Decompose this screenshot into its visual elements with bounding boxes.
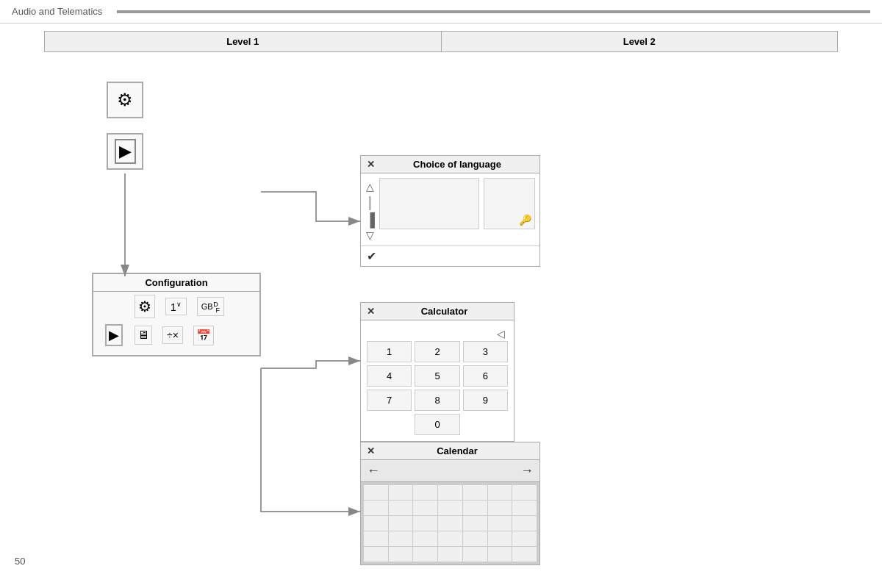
cal-cell[interactable] [364, 531, 388, 546]
cal-cell[interactable] [463, 501, 487, 515]
scroll-up-icon[interactable]: △ [366, 181, 374, 193]
calc-btn-5[interactable]: 5 [415, 365, 459, 387]
header-line [117, 10, 870, 13]
cal-cell[interactable] [413, 531, 437, 546]
gear-icon: ⚙ [117, 90, 133, 110]
cal-cell[interactable] [438, 516, 462, 531]
calculator-panel: ✕ Calculator ◁ 1 2 3 4 5 6 7 8 9 0 [360, 302, 514, 442]
config-gear-icon[interactable]: ⚙ [135, 295, 155, 318]
calculator-panel-title: Calculator [381, 306, 508, 317]
configuration-box: Configuration ⚙ 1∨ GBD F ▶ 🖥 ÷× 📅 [92, 273, 261, 356]
calc-btn-9[interactable]: 9 [463, 390, 508, 411]
cal-cell[interactable] [413, 501, 437, 515]
cal-cell[interactable] [389, 485, 413, 500]
settings-icon-box[interactable]: ⚙ [107, 82, 143, 118]
level-table: Level 1 Level 2 [44, 31, 838, 52]
level2-header: Level 2 [442, 32, 838, 51]
calendar-panel-title: Calendar [381, 445, 534, 456]
config-display-icon[interactable]: 🖥 [135, 326, 152, 345]
calendar-panel-header: ✕ Calendar [361, 442, 539, 460]
calc-btn-7[interactable]: 7 [367, 390, 412, 411]
calculator-zero-row: 0 [367, 414, 508, 435]
signin-icon-box[interactable]: ▶ [107, 133, 143, 170]
cal-cell[interactable] [389, 501, 413, 515]
cal-cell[interactable] [463, 516, 487, 531]
cal-cell[interactable] [389, 547, 413, 562]
cal-cell[interactable] [438, 501, 462, 515]
language-panel-header: ✕ Choice of language [361, 156, 539, 173]
config-items-row2: 🖥 ÷× 📅 [135, 326, 214, 345]
cal-cell[interactable] [488, 485, 512, 500]
calendar-panel: ✕ Calendar ← → [360, 442, 540, 565]
scroll-indicator: ▐ [365, 212, 375, 228]
calc-btn-3[interactable]: 3 [463, 341, 508, 362]
cal-cell[interactable] [488, 531, 512, 546]
header: Audio and Telematics [0, 0, 882, 24]
language-scroll: △ | ▐ ▽ [365, 178, 375, 241]
cal-cell[interactable] [438, 531, 462, 546]
calc-btn-6[interactable]: 6 [463, 365, 508, 387]
cal-cell[interactable] [413, 485, 437, 500]
language-body: △ | ▐ ▽ 🔑 [361, 173, 539, 245]
calendar-prev-button[interactable]: ← [367, 463, 380, 478]
config-entry-icon[interactable]: ▶ [105, 324, 123, 346]
signin-icon: ▶ [115, 139, 136, 164]
scroll-bar-icon: | [368, 194, 372, 211]
calculator-close-button[interactable]: ✕ [367, 306, 375, 317]
language-close-button[interactable]: ✕ [367, 159, 375, 170]
cal-cell[interactable] [413, 516, 437, 531]
config-side-icon-row2: ▶ [99, 324, 129, 346]
cal-cell[interactable] [512, 547, 537, 562]
cal-cell[interactable] [463, 531, 487, 546]
config-row2: ▶ 🖥 ÷× 📅 [93, 321, 259, 349]
cal-cell[interactable] [364, 516, 388, 531]
cal-cell[interactable] [463, 547, 487, 562]
calculator-panel-header: ✕ Calculator [361, 303, 514, 320]
calculator-grid: 1 2 3 4 5 6 7 8 9 [367, 341, 508, 411]
language-panel-title: Choice of language [381, 159, 534, 170]
config-globe-icon[interactable]: GBD F [197, 297, 224, 317]
config-calendar-icon[interactable]: 📅 [193, 326, 214, 345]
calc-btn-1[interactable]: 1 [367, 341, 412, 362]
cal-cell[interactable] [512, 485, 537, 500]
config-digit-icon[interactable]: 1∨ [165, 298, 187, 316]
cal-cell[interactable] [463, 485, 487, 500]
cal-cell[interactable] [438, 485, 462, 500]
cal-cell[interactable] [488, 547, 512, 562]
cal-cell[interactable] [389, 531, 413, 546]
config-calc-icon[interactable]: ÷× [162, 326, 183, 344]
calendar-close-button[interactable]: ✕ [367, 445, 375, 456]
calc-btn-0[interactable]: 0 [415, 414, 459, 435]
cal-cell[interactable] [364, 485, 388, 500]
header-title: Audio and Telematics [12, 6, 102, 17]
cal-cell[interactable] [389, 516, 413, 531]
language-flag-icon: 🔑 [519, 214, 531, 226]
cal-cell[interactable] [512, 501, 537, 515]
calculator-body: ◁ 1 2 3 4 5 6 7 8 9 0 [361, 320, 514, 441]
cal-cell[interactable] [364, 547, 388, 562]
cal-cell[interactable] [438, 547, 462, 562]
config-items-row1: ⚙ 1∨ GBD F [135, 295, 224, 318]
level1-header: Level 1 [45, 32, 442, 51]
language-panel: ✕ Choice of language △ | ▐ ▽ 🔑 ✔ [360, 155, 540, 267]
cal-cell[interactable] [413, 547, 437, 562]
calc-btn-4[interactable]: 4 [367, 365, 412, 387]
calc-btn-2[interactable]: 2 [415, 341, 459, 362]
language-confirm-button[interactable]: ✔ [367, 249, 376, 263]
cal-cell[interactable] [364, 501, 388, 515]
calendar-grid [361, 482, 539, 564]
scroll-down-icon[interactable]: ▽ [366, 229, 374, 241]
language-list[interactable] [379, 178, 479, 229]
diagram: ⚙ ▶ Configuration ⚙ 1∨ GBD F ▶ [0, 60, 882, 574]
cal-cell[interactable] [512, 531, 537, 546]
backspace-icon[interactable]: ◁ [497, 328, 505, 340]
cal-cell[interactable] [512, 516, 537, 531]
calendar-next-button[interactable]: → [520, 463, 534, 478]
calc-btn-8[interactable]: 8 [415, 390, 459, 411]
config-row1: ⚙ 1∨ GBD F [93, 292, 259, 321]
config-title: Configuration [93, 274, 259, 292]
cal-cell[interactable] [488, 501, 512, 515]
cal-cell[interactable] [488, 516, 512, 531]
language-preview: 🔑 [484, 178, 535, 229]
page-number: 50 [15, 556, 25, 567]
